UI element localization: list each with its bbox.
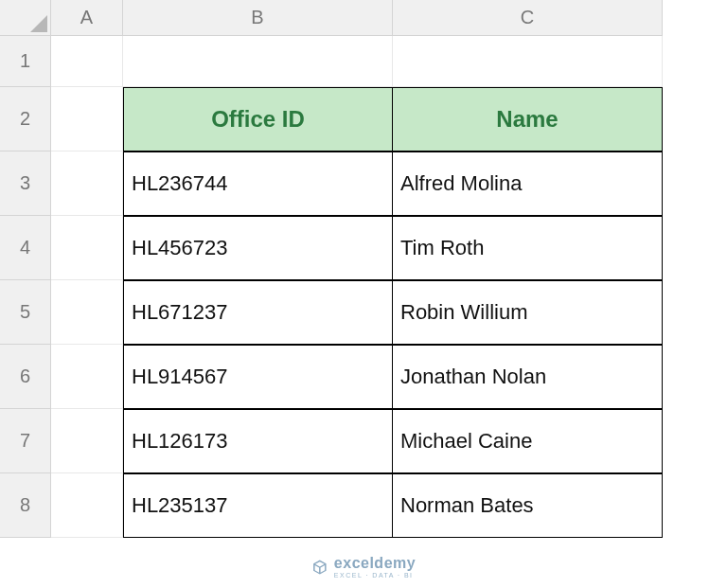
watermark-text: exceldemy EXCEL · DATA · BI: [334, 555, 416, 579]
table-row[interactable]: Tim Roth: [393, 216, 663, 280]
cell-A3[interactable]: [51, 151, 123, 216]
table-row[interactable]: Robin Willium: [393, 280, 663, 345]
column-header-A[interactable]: A: [51, 0, 123, 36]
column-header-C[interactable]: C: [393, 0, 663, 36]
cell-A1[interactable]: [51, 36, 123, 87]
spreadsheet-grid[interactable]: A B C 1 2 Office ID Name 3 HL236744 Alfr…: [0, 0, 727, 538]
watermark: exceldemy EXCEL · DATA · BI: [311, 555, 416, 579]
table-row[interactable]: HL126173: [123, 409, 393, 473]
watermark-tagline: EXCEL · DATA · BI: [334, 572, 416, 579]
row-header-4[interactable]: 4: [0, 216, 51, 280]
table-row[interactable]: HL236744: [123, 151, 393, 216]
table-row[interactable]: Michael Caine: [393, 409, 663, 473]
row-header-1[interactable]: 1: [0, 36, 51, 87]
table-row[interactable]: Norman Bates: [393, 473, 663, 538]
cube-icon: [311, 559, 328, 576]
column-header-B[interactable]: B: [123, 0, 393, 36]
cell-B1[interactable]: [123, 36, 393, 87]
cell-A7[interactable]: [51, 409, 123, 473]
row-header-3[interactable]: 3: [0, 151, 51, 216]
row-header-8[interactable]: 8: [0, 473, 51, 538]
cell-A8[interactable]: [51, 473, 123, 538]
row-header-2[interactable]: 2: [0, 87, 51, 151]
table-header-name[interactable]: Name: [393, 87, 663, 151]
table-row[interactable]: HL914567: [123, 345, 393, 409]
cell-A4[interactable]: [51, 216, 123, 280]
table-row[interactable]: Alfred Molina: [393, 151, 663, 216]
select-all-corner[interactable]: [0, 0, 51, 36]
cell-A5[interactable]: [51, 280, 123, 345]
cell-C1[interactable]: [393, 36, 663, 87]
row-header-6[interactable]: 6: [0, 345, 51, 409]
table-row[interactable]: Jonathan Nolan: [393, 345, 663, 409]
table-row[interactable]: HL456723: [123, 216, 393, 280]
table-header-office-id[interactable]: Office ID: [123, 87, 393, 151]
table-row[interactable]: HL671237: [123, 280, 393, 345]
row-header-7[interactable]: 7: [0, 409, 51, 473]
cell-A2[interactable]: [51, 87, 123, 151]
row-header-5[interactable]: 5: [0, 280, 51, 345]
watermark-brand: exceldemy: [334, 555, 416, 571]
table-row[interactable]: HL235137: [123, 473, 393, 538]
cell-A6[interactable]: [51, 345, 123, 409]
